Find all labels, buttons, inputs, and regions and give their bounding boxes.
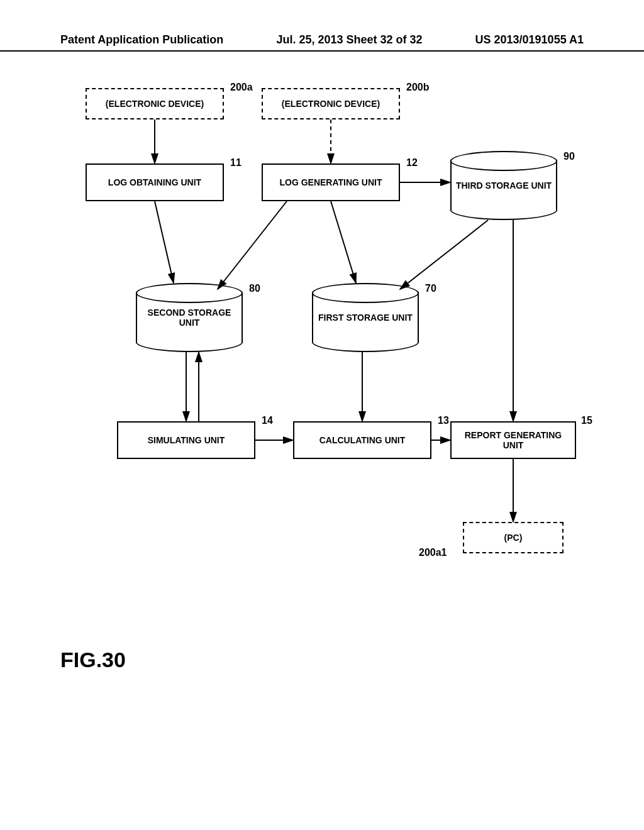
figure-label: FIG.30 xyxy=(60,648,126,672)
svg-line-2 xyxy=(155,201,174,283)
electronic-device-a: (ELECTRONIC DEVICE) xyxy=(86,88,224,119)
second-storage-unit-label: SECOND STORAGE UNIT xyxy=(137,307,242,328)
page-header: Patent Application Publication Jul. 25, … xyxy=(0,30,644,52)
ref-200a: 200a xyxy=(230,82,253,93)
ref-200b: 200b xyxy=(406,82,429,93)
svg-line-4 xyxy=(331,201,356,283)
electronic-device-a-label: (ELECTRONIC DEVICE) xyxy=(106,99,204,109)
log-generating-unit-label: LOG GENERATING UNIT xyxy=(279,177,382,187)
page: Patent Application Publication Jul. 25, … xyxy=(0,0,644,830)
ref-15: 15 xyxy=(581,415,592,426)
calculating-unit: CALCULATING UNIT xyxy=(293,421,431,459)
simulating-unit-label: SIMULATING UNIT xyxy=(148,435,225,445)
ref-12: 12 xyxy=(406,157,418,169)
ref-11: 11 xyxy=(230,157,242,169)
diagram: (ELECTRONIC DEVICE) 200a (ELECTRONIC DEV… xyxy=(60,82,584,761)
header-center: Jul. 25, 2013 Sheet 32 of 32 xyxy=(276,33,422,47)
log-generating-unit: LOG GENERATING UNIT xyxy=(262,163,400,201)
svg-line-6 xyxy=(400,220,488,289)
electronic-device-b-label: (ELECTRONIC DEVICE) xyxy=(282,99,380,109)
simulating-unit: SIMULATING UNIT xyxy=(117,421,255,459)
first-storage-unit: FIRST STORAGE UNIT xyxy=(312,283,419,352)
header-right: US 2013/0191055 A1 xyxy=(475,33,584,47)
report-generating-unit-label: REPORT GENERATING UNIT xyxy=(454,430,572,450)
log-obtaining-unit: LOG OBTAINING UNIT xyxy=(86,163,224,201)
ref-70: 70 xyxy=(425,283,436,294)
ref-80: 80 xyxy=(249,283,260,294)
ref-200a1: 200a1 xyxy=(419,547,447,558)
pc: (PC) xyxy=(463,522,564,553)
log-obtaining-unit-label: LOG OBTAINING UNIT xyxy=(108,177,201,187)
header-left: Patent Application Publication xyxy=(60,33,223,47)
electronic-device-b: (ELECTRONIC DEVICE) xyxy=(262,88,400,119)
ref-14: 14 xyxy=(262,415,273,426)
first-storage-unit-label: FIRST STORAGE UNIT xyxy=(318,313,413,323)
ref-90: 90 xyxy=(564,151,575,162)
pc-label: (PC) xyxy=(504,533,523,543)
ref-13: 13 xyxy=(438,415,449,426)
second-storage-unit: SECOND STORAGE UNIT xyxy=(136,283,243,352)
third-storage-unit: THIRD STORAGE UNIT xyxy=(450,151,557,220)
third-storage-unit-label: THIRD STORAGE UNIT xyxy=(456,180,552,191)
calculating-unit-label: CALCULATING UNIT xyxy=(319,435,406,445)
report-generating-unit: REPORT GENERATING UNIT xyxy=(450,421,576,459)
svg-line-3 xyxy=(218,201,287,289)
